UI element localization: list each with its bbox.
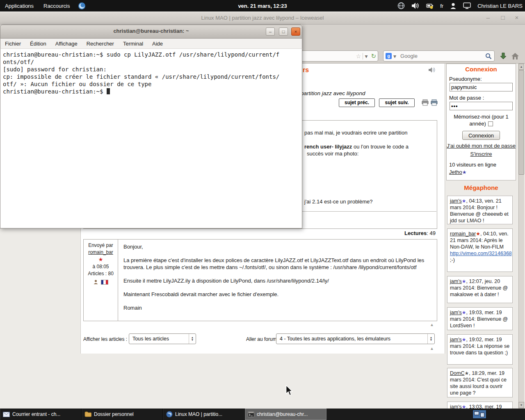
next-topic-button[interactable]: sujet suiv. bbox=[379, 98, 415, 107]
search-bar[interactable]: g ▾ bbox=[383, 50, 495, 62]
taskbar-item-terminal[interactable]: christian@bureau-chr... bbox=[245, 409, 326, 420]
terminal-close-button[interactable]: × bbox=[291, 27, 300, 36]
terminal-menu-item[interactable]: Rechercher bbox=[82, 39, 119, 48]
bookmark-star-icon[interactable]: ☆ bbox=[354, 53, 363, 59]
user-icon[interactable] bbox=[450, 2, 457, 9]
terminal-menu-item[interactable]: Fichier bbox=[0, 39, 25, 48]
goto-forum-select[interactable]: 4 - Toutes les autres applications, les … bbox=[276, 333, 435, 344]
megaphone-user-link[interactable]: jam's bbox=[450, 337, 462, 342]
goto-forum-value: 4 - Toutes les autres applications, les … bbox=[280, 336, 390, 342]
user-rank-star-icon: ★ bbox=[476, 231, 480, 237]
reload-icon[interactable]: ↻ bbox=[369, 52, 378, 60]
taskbar-item-label: Linux MAO | partitio... bbox=[175, 411, 222, 417]
browser-minimize-button[interactable]: – bbox=[483, 14, 493, 21]
post-box: Envoyé par romain_bar ★ à 08:05 Articles… bbox=[83, 239, 437, 321]
megaphone-user-link[interactable]: DomC bbox=[450, 370, 464, 376]
megaphone-user-link[interactable]: jam's bbox=[450, 278, 462, 284]
select-stepper-icon[interactable]: ▲▼ bbox=[189, 334, 196, 344]
download-icon[interactable] bbox=[499, 52, 508, 61]
terminal-body[interactable]: christian@bureau-christian:~$ sudo cp Li… bbox=[0, 49, 302, 228]
terminal-maximize-button[interactable]: □ bbox=[279, 27, 288, 36]
visitor-link[interactable]: Jetho bbox=[449, 169, 462, 175]
search-icon[interactable] bbox=[485, 53, 492, 59]
terminal-line: christian@bureau-christian:~$ bbox=[3, 88, 302, 95]
filter-articles-value: Tous les articles bbox=[132, 336, 169, 342]
browser-maximize-button[interactable]: □ bbox=[498, 14, 508, 21]
print-page-icon[interactable] bbox=[431, 99, 438, 106]
terminal-line: christian@bureau-christian:~$ sudo cp Li… bbox=[3, 51, 302, 58]
terminal-cursor bbox=[107, 88, 110, 94]
megaphone-message-text: ;-) bbox=[450, 257, 455, 263]
terminal-window: christian@bureau-christian: ~ – □ × Fich… bbox=[0, 25, 302, 228]
login-button[interactable]: Connexion bbox=[462, 131, 500, 140]
panel-app-icon[interactable] bbox=[78, 2, 86, 10]
password-input[interactable] bbox=[450, 102, 513, 110]
megaphone-user-link[interactable]: romain_bar bbox=[450, 231, 476, 237]
mouse-cursor bbox=[285, 385, 294, 396]
username-input[interactable] bbox=[450, 83, 513, 91]
author-link[interactable]: romain_bar bbox=[88, 249, 113, 255]
remember-me-checkbox[interactable] bbox=[488, 121, 493, 126]
display-icon[interactable] bbox=[463, 2, 471, 9]
keyboard-layout-indicator[interactable]: fr bbox=[440, 3, 443, 9]
volume-icon[interactable] bbox=[411, 2, 420, 9]
taskbar: Courrier entrant - ch... Dossier personn… bbox=[0, 409, 525, 420]
post-fragment: pas mal mai, je voudrais ecrire une part… bbox=[304, 130, 407, 136]
taskbar-item-mail[interactable]: Courrier entrant - ch... bbox=[0, 409, 82, 420]
lectures-line: Lectures: 49 bbox=[328, 230, 436, 236]
post-paragraph: Ensuite il mettre LilyJAZZ.ily à disposi… bbox=[123, 277, 432, 284]
urlbar-dropdown-icon[interactable]: ▾ bbox=[363, 53, 369, 59]
megaphone-user-link[interactable]: jam's bbox=[450, 310, 462, 315]
home-icon[interactable] bbox=[511, 52, 519, 60]
search-input[interactable] bbox=[398, 53, 485, 59]
user-rank-star-icon: ★ bbox=[464, 370, 469, 376]
filter-articles-label: Afficher les articles : bbox=[83, 336, 127, 342]
taskbar-item-browser[interactable]: Linux MAO | partitio... bbox=[163, 409, 245, 420]
terminal-menu-item[interactable]: Affichage bbox=[51, 39, 82, 48]
search-engine-icon[interactable]: g bbox=[386, 53, 392, 59]
terminal-menu-item[interactable]: Édition bbox=[25, 39, 51, 48]
scrollbar-down-arrow[interactable]: ▼ bbox=[518, 402, 524, 408]
search-engine-dropdown-icon[interactable]: ▾ bbox=[392, 53, 398, 59]
megaphone-message: jam's★, 19:03, mer. 19 mars 2014: Bienve… bbox=[447, 307, 513, 330]
workspace-switcher[interactable] bbox=[472, 410, 486, 419]
megaphone-title: Mégaphone bbox=[446, 184, 516, 191]
terminal-menu-item[interactable]: Terminal bbox=[119, 39, 148, 48]
prev-topic-button[interactable]: sujet préc. bbox=[339, 98, 375, 107]
iceweasel-icon bbox=[166, 411, 173, 418]
scroll-top-arrow-icon[interactable]: ▲ bbox=[430, 346, 434, 351]
terminal-title: christian@bureau-christian: ~ bbox=[0, 28, 302, 34]
post-fragment: rench user- lilyjazz ou l'on trouve le c… bbox=[304, 144, 409, 150]
desktop: Linux MAO | partition jazz avec lilypond… bbox=[0, 0, 525, 420]
terminal-menu-item[interactable]: Aide bbox=[148, 39, 167, 48]
user-rank-star-icon: ★ bbox=[462, 310, 466, 315]
forgot-password-link[interactable]: J'ai oublié mon mot de passe bbox=[447, 143, 516, 149]
register-link[interactable]: S'inscrire bbox=[470, 151, 492, 157]
select-stepper-icon[interactable]: ▲▼ bbox=[427, 334, 434, 344]
megaphone-user-link[interactable]: jam's bbox=[450, 198, 462, 204]
raccourcis-menu[interactable]: Raccourcis bbox=[39, 0, 75, 11]
post-paragraph: Romain bbox=[123, 304, 432, 311]
post-paragraph: La première étape c'est d'installer les … bbox=[123, 257, 432, 271]
panel-username[interactable]: Christian LE BARS bbox=[477, 3, 523, 9]
user-rank-star-icon: ★ bbox=[462, 337, 466, 342]
filter-articles-select[interactable]: Tous les articles ▲▼ bbox=[129, 333, 196, 344]
panel-clock[interactable]: ven. 21 mars, 12:23 bbox=[238, 3, 287, 9]
post-articles-count: Articles : 80 bbox=[84, 271, 118, 276]
scrollbar-up-arrow[interactable]: ▲ bbox=[518, 64, 524, 70]
sound-icon[interactable] bbox=[428, 67, 436, 73]
megaphone-message: DomC★, 18:29, mer. 19 mars 2014: C'est q… bbox=[447, 368, 513, 397]
browser-close-button[interactable]: × bbox=[512, 14, 522, 21]
username-label: Pseudonyme: bbox=[449, 76, 513, 82]
taskbar-item-files[interactable]: Dossier personnel bbox=[82, 409, 163, 420]
megaphone-link[interactable]: http://vimeo.com/32146368 bbox=[450, 251, 512, 256]
battery-icon[interactable] bbox=[426, 2, 434, 9]
globe-icon[interactable] bbox=[397, 2, 405, 9]
megaphone-message: jam's★, 19:02, mer. 19 mars 2014: La rép… bbox=[447, 334, 513, 365]
terminal-minimize-button[interactable]: – bbox=[266, 27, 275, 36]
password-label: Mot de passe : bbox=[449, 95, 513, 101]
applications-menu[interactable]: Applications bbox=[0, 0, 39, 11]
scroll-top-arrow-icon[interactable]: ▲ bbox=[430, 322, 434, 327]
print-icon[interactable] bbox=[422, 99, 429, 106]
scrollbar-thumb[interactable] bbox=[518, 70, 524, 175]
